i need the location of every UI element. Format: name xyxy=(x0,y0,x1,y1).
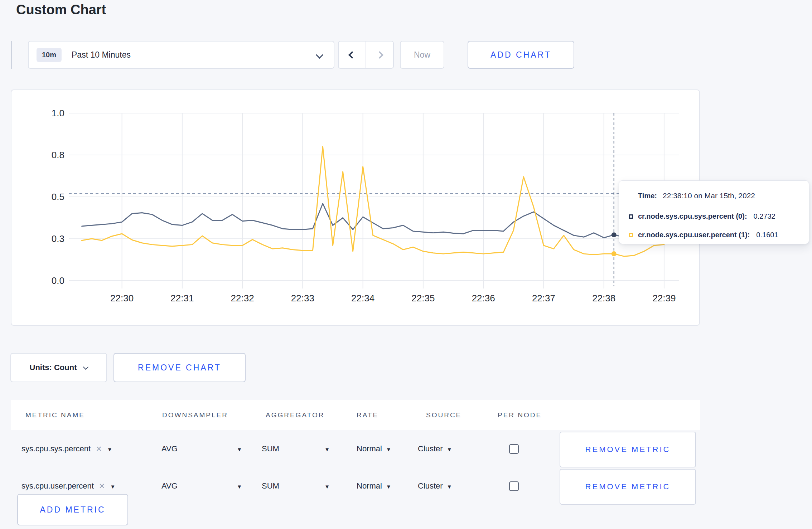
source-value: Cluster xyxy=(418,481,443,491)
aggregator-select[interactable]: SUM ▼ xyxy=(262,430,330,467)
remove-metric-button[interactable]: REMOVE METRIC xyxy=(560,469,696,505)
aggregator-value: SUM xyxy=(262,481,279,491)
metric-name-select[interactable]: sys.cpu.sys.percent × ▼ xyxy=(21,430,112,467)
source-value: Cluster xyxy=(418,444,443,453)
caret-down-icon: ▼ xyxy=(107,446,112,452)
source-select[interactable]: Cluster ▼ xyxy=(418,430,452,467)
tooltip-series-label: cr.node.sys.cpu.user.percent (1): xyxy=(638,231,750,239)
chevron-left-icon xyxy=(348,51,356,58)
tooltip-series-label: cr.node.sys.cpu.sys.percent (0): xyxy=(638,212,747,220)
chevron-down-icon xyxy=(83,364,89,370)
caret-down-icon: ▼ xyxy=(447,446,452,452)
series-swatch-icon xyxy=(629,233,633,237)
svg-text:1.0: 1.0 xyxy=(52,108,64,118)
next-window-button[interactable] xyxy=(366,42,393,68)
caret-down-icon: ▼ xyxy=(110,484,116,490)
caret-down-icon: ▼ xyxy=(237,484,242,490)
rate-select[interactable]: Normal ▼ xyxy=(357,430,391,467)
source-select[interactable]: Cluster ▼ xyxy=(418,467,452,505)
svg-text:22:31: 22:31 xyxy=(170,293,194,304)
metric-name-value: sys.cpu.sys.percent xyxy=(21,444,91,453)
remove-metric-label: REMOVE METRIC xyxy=(585,482,671,491)
caret-down-icon: ▼ xyxy=(386,484,391,490)
time-window-nav xyxy=(338,41,394,69)
rate-value: Normal xyxy=(357,444,382,453)
caret-down-icon: ▼ xyxy=(447,484,452,490)
remove-chart-button[interactable]: REMOVE CHART xyxy=(113,353,246,382)
section-divider xyxy=(11,41,12,69)
column-header-rate: RATE xyxy=(357,400,378,430)
page-title: Custom Chart xyxy=(16,2,106,18)
downsampler-select[interactable]: AVG ▼ xyxy=(161,467,242,505)
column-header-source: SOURCE xyxy=(426,400,461,430)
column-header-downsampler: DOWNSAMPLER xyxy=(162,400,228,430)
tooltip-time-value: 22:38:10 on Mar 15th, 2022 xyxy=(663,191,755,200)
prev-window-button[interactable] xyxy=(339,42,366,68)
clear-icon[interactable]: × xyxy=(99,481,105,491)
svg-text:22:36: 22:36 xyxy=(472,293,495,304)
metric-row: sys.cpu.sys.percent × ▼ AVG ▼ SUM ▼ Norm… xyxy=(11,430,700,467)
remove-metric-button[interactable]: REMOVE METRIC xyxy=(560,432,696,467)
add-chart-button[interactable]: ADD CHART xyxy=(468,41,574,69)
per-node-checkbox[interactable] xyxy=(509,444,519,454)
svg-text:22:35: 22:35 xyxy=(411,293,435,304)
units-select[interactable]: Units: Count xyxy=(10,353,107,382)
tooltip-series-value: 0.1601 xyxy=(756,231,778,239)
remove-chart-label: REMOVE CHART xyxy=(138,363,221,373)
per-node-checkbox[interactable] xyxy=(509,481,519,491)
svg-text:0.8: 0.8 xyxy=(52,150,64,160)
svg-text:22:39: 22:39 xyxy=(652,293,676,304)
svg-text:22:33: 22:33 xyxy=(291,293,314,304)
time-range-badge: 10m xyxy=(37,48,62,62)
chart-svg[interactable]: 0.00.30.50.81.022:3022:3122:3222:3322:34… xyxy=(11,90,699,325)
rate-select[interactable]: Normal ▼ xyxy=(357,467,391,505)
column-header-metric-name: METRIC NAME xyxy=(25,400,85,430)
caret-down-icon: ▼ xyxy=(324,484,330,490)
caret-down-icon: ▼ xyxy=(324,446,330,452)
downsampler-value: AVG xyxy=(161,444,178,453)
add-metric-label: ADD METRIC xyxy=(40,505,105,515)
column-header-aggregator: AGGREGATOR xyxy=(266,400,324,430)
chevron-down-icon xyxy=(316,51,323,59)
caret-down-icon: ▼ xyxy=(237,446,242,452)
clear-icon[interactable]: × xyxy=(96,444,102,454)
tooltip-time-label: Time: xyxy=(638,192,657,200)
svg-text:0.3: 0.3 xyxy=(52,233,64,244)
chart-panel: 0.00.30.50.81.022:3022:3122:3222:3322:34… xyxy=(11,89,700,326)
now-button-label: Now xyxy=(414,50,430,60)
tooltip-series-row: cr.node.sys.cpu.user.percent (1): 0.1601 xyxy=(629,231,778,239)
metric-name-value: sys.cpu.user.percent xyxy=(21,481,94,491)
units-label: Units: Count xyxy=(30,363,77,372)
add-metric-button[interactable]: ADD METRIC xyxy=(17,494,128,525)
tooltip-series-row: cr.node.sys.cpu.sys.percent (0): 0.2732 xyxy=(629,212,775,220)
time-range-select[interactable]: 10m Past 10 Minutes xyxy=(28,41,334,69)
time-range-label: Past 10 Minutes xyxy=(72,50,131,60)
series-swatch-icon xyxy=(629,214,633,219)
metrics-table-header: METRIC NAME DOWNSAMPLER AGGREGATOR RATE … xyxy=(11,400,700,430)
svg-text:0.5: 0.5 xyxy=(52,191,64,202)
tooltip-time: Time:22:38:10 on Mar 15th, 2022 xyxy=(638,191,755,200)
downsampler-value: AVG xyxy=(161,481,178,491)
svg-text:22:32: 22:32 xyxy=(231,293,254,304)
aggregator-value: SUM xyxy=(262,444,279,453)
remove-metric-label: REMOVE METRIC xyxy=(585,445,671,454)
svg-text:0.0: 0.0 xyxy=(52,275,64,286)
downsampler-select[interactable]: AVG ▼ xyxy=(161,430,242,467)
rate-value: Normal xyxy=(357,481,382,491)
svg-text:22:30: 22:30 xyxy=(110,293,134,304)
column-header-per-node: PER NODE xyxy=(498,400,542,430)
add-chart-label: ADD CHART xyxy=(490,50,551,60)
tooltip-series-value: 0.2732 xyxy=(754,212,775,220)
aggregator-select[interactable]: SUM ▼ xyxy=(262,467,330,505)
custom-chart-page: { "page": { "title": "Custom Chart", "ba… xyxy=(0,0,812,529)
chart-tooltip: Time:22:38:10 on Mar 15th, 2022 cr.node.… xyxy=(619,180,809,244)
svg-text:22:38: 22:38 xyxy=(592,293,615,304)
now-button[interactable]: Now xyxy=(400,41,444,69)
svg-text:22:34: 22:34 xyxy=(351,293,374,304)
chevron-right-icon xyxy=(376,51,383,58)
svg-text:22:37: 22:37 xyxy=(532,293,555,304)
caret-down-icon: ▼ xyxy=(386,446,391,452)
